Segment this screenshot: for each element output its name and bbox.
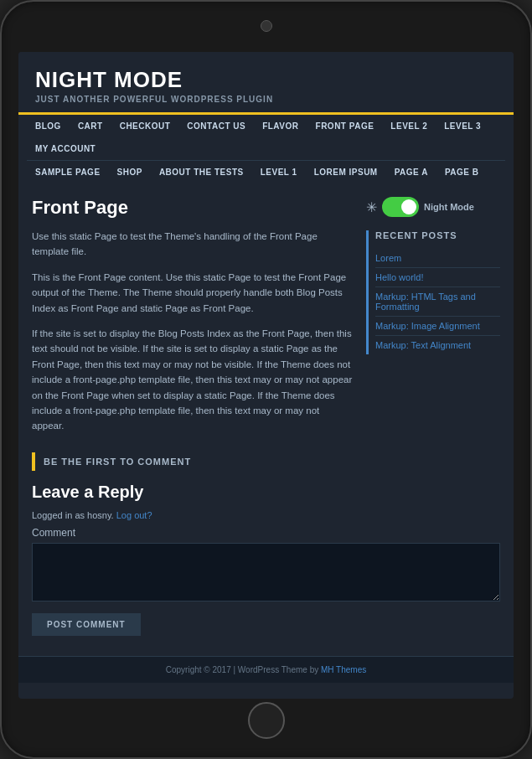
comment-textarea[interactable] — [32, 543, 500, 602]
page-paragraph: If the site is set to display the Blog P… — [32, 326, 353, 434]
nav-row-1: BLOGCARTCHECKOUTCONTACT USFLAVORFRONT PA… — [27, 115, 505, 160]
nav-item[interactable]: MY ACCOUNT — [27, 137, 104, 160]
comment-label: Comment — [32, 527, 500, 539]
post-comment-button[interactable]: POST COMMENT — [32, 613, 141, 636]
page-body: Use this static Page to test the Theme's… — [32, 229, 353, 434]
recent-post-item[interactable]: Markup: HTML Tags and Formatting — [375, 287, 500, 317]
site-footer: Copyright © 2017 | WordPress Theme by MH… — [18, 656, 514, 683]
sidebar: ✳ Night Mode RECENT POSTS LoremHello wor… — [366, 197, 500, 444]
nav-item[interactable]: CART — [70, 115, 111, 137]
nav-item[interactable]: BLOG — [27, 115, 70, 137]
nav-item[interactable]: LEVEL 3 — [436, 115, 489, 137]
recent-post-item[interactable]: Lorem — [375, 249, 500, 268]
screen: NIGHT MODE JUST ANOTHER POWERFUL WORDPRE… — [18, 52, 514, 699]
comments-header-bar: BE THE FIRST TO COMMENT — [32, 452, 500, 471]
nav-item[interactable]: FLAVOR — [254, 115, 307, 137]
nav-item[interactable]: SAMPLE PAGE — [27, 161, 109, 183]
recent-post-item[interactable]: Markup: Text Alignment — [375, 336, 500, 354]
recent-posts-list: LoremHello world!Markup: HTML Tags and F… — [375, 249, 500, 354]
comments-heading: BE THE FIRST TO COMMENT — [44, 457, 191, 467]
page-title: Front Page — [32, 197, 353, 219]
comments-section: BE THE FIRST TO COMMENT Leave a Reply Lo… — [18, 452, 514, 649]
night-mode-label: Night Mode — [424, 202, 474, 212]
recent-posts-title: RECENT POSTS — [375, 230, 500, 240]
nav-item[interactable]: CONTACT US — [178, 115, 254, 137]
nav-item[interactable]: LEVEL 1 — [252, 161, 306, 183]
nav-item[interactable]: LEVEL 2 — [382, 115, 436, 137]
nav-item[interactable]: FRONT PAGE — [307, 115, 383, 137]
logout-link[interactable]: Log out? — [116, 510, 152, 520]
page-paragraph: Use this static Page to test the Theme's… — [32, 229, 353, 260]
site-header: NIGHT MODE JUST ANOTHER POWERFUL WORDPRE… — [18, 52, 514, 115]
nav-item[interactable]: LOREM IPSUM — [306, 161, 386, 183]
nav-row-2: SAMPLE PAGESHOPABOUT THE TESTSLEVEL 1LOR… — [27, 161, 505, 183]
main-content: Front Page Use this static Page to test … — [32, 197, 353, 444]
toggle-track[interactable] — [382, 197, 419, 217]
content-wrapper: Front Page Use this static Page to test … — [18, 183, 514, 444]
page-paragraph: This is the Front Page content. Use this… — [32, 270, 353, 316]
recent-posts-widget: RECENT POSTS LoremHello world!Markup: HT… — [366, 230, 500, 354]
site-tagline: JUST ANOTHER POWERFUL WORDPRESS PLUGIN — [35, 95, 497, 104]
logged-in-text: Logged in as hosny. Log out? — [32, 510, 500, 520]
device-frame: NIGHT MODE JUST ANOTHER POWERFUL WORDPRE… — [0, 0, 532, 759]
nav-item[interactable]: SHOP — [109, 161, 151, 183]
nav-item[interactable]: ABOUT THE TESTS — [151, 161, 252, 183]
nav-item[interactable]: PAGE B — [436, 161, 488, 183]
site-title: NIGHT MODE — [35, 67, 497, 93]
recent-post-item[interactable]: Markup: Image Alignment — [375, 317, 500, 336]
toggle-thumb — [401, 199, 416, 214]
nav-item[interactable]: PAGE A — [386, 161, 436, 183]
nav-item[interactable]: CHECKOUT — [111, 115, 179, 137]
leave-reply-title: Leave a Reply — [32, 483, 500, 502]
footer-link[interactable]: MH Themes — [321, 665, 366, 674]
navigation: BLOGCARTCHECKOUTCONTACT USFLAVORFRONT PA… — [18, 115, 514, 183]
snowflake-icon: ✳ — [366, 199, 377, 215]
comments-accent — [32, 452, 35, 471]
recent-post-item[interactable]: Hello world! — [375, 268, 500, 287]
night-mode-toggle[interactable]: ✳ Night Mode — [366, 197, 500, 217]
footer-text: Copyright © 2017 | WordPress Theme by MH… — [27, 665, 505, 674]
